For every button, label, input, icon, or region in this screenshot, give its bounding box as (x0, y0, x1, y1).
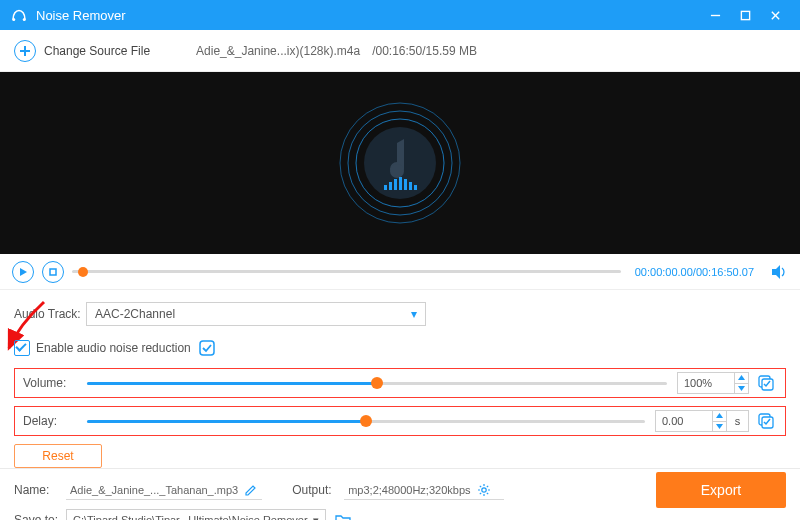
controls-panel: Audio Track: AAC-2Channel ▾ Enable audio… (0, 290, 800, 468)
save-label: Save to: (14, 513, 66, 520)
svg-marker-25 (738, 375, 745, 380)
volume-label: Volume: (23, 376, 87, 390)
delay-value-field[interactable]: 0.00 (655, 410, 713, 432)
window-title: Noise Remover (36, 8, 700, 23)
save-path-value: C:\Tipard Studio\Tipar...Ultimate\Noise … (73, 514, 308, 520)
svg-point-0 (12, 18, 15, 21)
delay-row: Delay: 0.00 s (14, 406, 786, 436)
audio-track-row: Audio Track: AAC-2Channel ▾ (14, 300, 786, 328)
audio-visual-icon (330, 93, 470, 233)
audio-track-label: Audio Track: (14, 307, 86, 321)
svg-marker-20 (20, 268, 27, 276)
enable-noise-row: Enable audio noise reduction (14, 334, 786, 362)
svg-marker-22 (772, 265, 780, 279)
delay-apply-all-icon[interactable] (755, 410, 777, 432)
delay-step-up[interactable] (713, 411, 726, 422)
maximize-button[interactable] (730, 0, 760, 30)
source-filename: Adie_&_Janine...ix)(128k).m4a (196, 44, 360, 58)
volume-slider-thumb[interactable] (371, 377, 383, 389)
volume-slider-fill (87, 382, 377, 385)
audio-track-select[interactable]: AAC-2Channel ▾ (86, 302, 426, 326)
app-logo-icon (10, 6, 28, 24)
svg-rect-19 (414, 185, 417, 190)
audio-track-value: AAC-2Channel (95, 307, 175, 321)
output-settings-icon[interactable] (477, 483, 491, 497)
playback-bar: 00:00:00.00/00:16:50.07 (0, 254, 800, 290)
svg-rect-18 (409, 182, 412, 190)
source-duration-size: /00:16:50/15.59 MB (372, 44, 477, 58)
output-label: Output: (292, 483, 344, 497)
svg-marker-29 (716, 413, 723, 418)
svg-rect-15 (394, 179, 397, 190)
volume-step-down[interactable] (735, 384, 748, 394)
chevron-down-icon: ▾ (411, 307, 417, 321)
seek-slider[interactable] (72, 270, 621, 273)
change-source-icon[interactable] (14, 40, 36, 62)
preview-area (0, 72, 800, 254)
reset-button[interactable]: Reset (14, 444, 102, 468)
svg-marker-30 (716, 424, 723, 429)
svg-point-12 (390, 164, 404, 178)
svg-rect-16 (399, 177, 402, 190)
play-button[interactable] (12, 261, 34, 283)
export-button[interactable]: Export (656, 472, 786, 508)
volume-apply-all-icon[interactable] (755, 372, 777, 394)
svg-rect-24 (200, 341, 214, 355)
volume-row: Volume: 100% (14, 368, 786, 398)
svg-point-33 (481, 487, 485, 491)
titlebar: Noise Remover (0, 0, 800, 30)
stop-button[interactable] (42, 261, 64, 283)
svg-marker-26 (738, 386, 745, 391)
name-label: Name: (14, 483, 66, 497)
close-button[interactable] (760, 0, 790, 30)
enable-noise-label: Enable audio noise reduction (36, 341, 191, 355)
svg-rect-14 (389, 182, 392, 190)
delay-slider-thumb[interactable] (360, 415, 372, 427)
output-field: mp3;2;48000Hz;320kbps (344, 481, 504, 500)
name-value: Adie_&_Janine_..._Tahanan_.mp3 (70, 484, 238, 496)
enable-noise-checkbox[interactable] (14, 340, 30, 356)
change-source-button[interactable]: Change Source File (44, 44, 150, 58)
minimize-button[interactable] (700, 0, 730, 30)
name-field: Adie_&_Janine_..._Tahanan_.mp3 (66, 481, 262, 500)
seek-thumb[interactable] (78, 267, 88, 277)
delay-slider[interactable] (87, 420, 645, 423)
footer: Name: Adie_&_Janine_..._Tahanan_.mp3 Out… (0, 468, 800, 520)
delay-unit: s (727, 410, 749, 432)
edit-name-icon[interactable] (244, 483, 258, 497)
open-folder-icon[interactable] (332, 509, 354, 520)
svg-rect-17 (404, 179, 407, 190)
save-path-select[interactable]: C:\Tipard Studio\Tipar...Ultimate\Noise … (66, 509, 326, 520)
source-toolbar: Change Source File Adie_&_Janine...ix)(1… (0, 30, 800, 72)
chevron-down-icon: ▾ (313, 514, 319, 521)
svg-rect-3 (741, 11, 749, 19)
svg-rect-13 (384, 185, 387, 190)
volume-icon[interactable] (770, 263, 788, 281)
delay-label: Delay: (23, 414, 87, 428)
delay-slider-fill (87, 420, 366, 423)
svg-point-1 (23, 18, 26, 21)
time-readout: 00:00:00.00/00:16:50.07 (635, 266, 754, 278)
output-value: mp3;2;48000Hz;320kbps (348, 484, 470, 496)
delay-stepper[interactable] (713, 410, 727, 432)
volume-stepper[interactable] (735, 372, 749, 394)
output-row: Name: Adie_&_Janine_..._Tahanan_.mp3 Out… (14, 477, 786, 503)
volume-value-field[interactable]: 100% (677, 372, 735, 394)
volume-step-up[interactable] (735, 373, 748, 384)
delay-step-down[interactable] (713, 422, 726, 432)
volume-slider[interactable] (87, 382, 667, 385)
svg-rect-21 (50, 269, 56, 275)
save-row: Save to: C:\Tipard Studio\Tipar...Ultima… (14, 507, 786, 520)
apply-noise-icon[interactable] (199, 340, 215, 356)
